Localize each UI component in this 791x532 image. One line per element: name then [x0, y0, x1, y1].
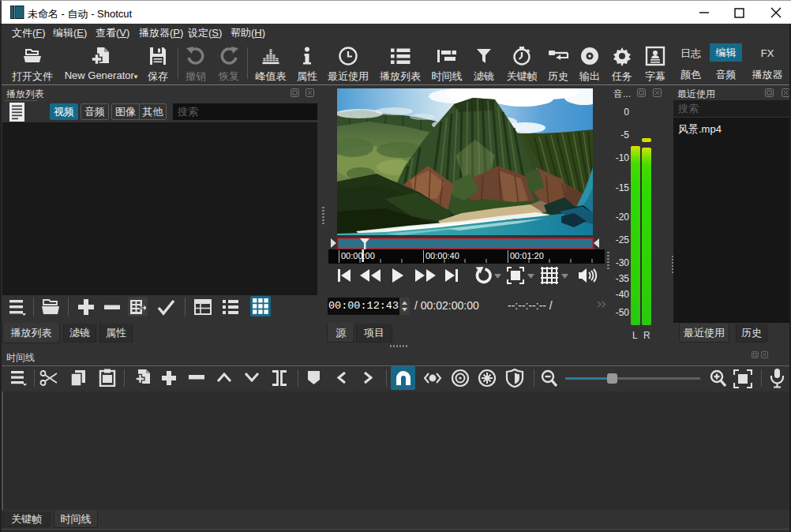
svg-text:00:01:20: 00:01:20	[510, 251, 544, 260]
svg-text:00:00:00: 00:00:00	[341, 251, 375, 260]
svg-text:00:00:40: 00:00:40	[425, 251, 459, 260]
